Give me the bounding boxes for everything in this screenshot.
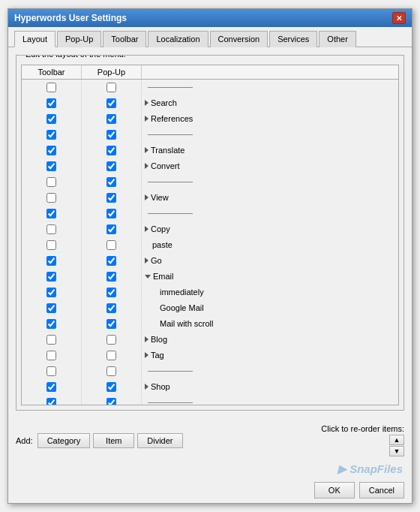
tab-layout[interactable]: Layout	[14, 31, 56, 47]
popup-checkbox-13[interactable]	[106, 288, 116, 297]
toolbar-check-20[interactable]	[22, 395, 82, 405]
popup-checkbox-20[interactable]	[106, 398, 116, 405]
popup-check-9[interactable]	[82, 221, 142, 236]
toolbar-check-4[interactable]	[22, 143, 82, 158]
popup-check-12[interactable]	[82, 269, 142, 284]
toolbar-checkbox-1[interactable]	[46, 98, 56, 108]
toolbar-check-2[interactable]	[22, 111, 82, 126]
popup-checkbox-7[interactable]	[106, 193, 116, 203]
popup-checkbox-19[interactable]	[106, 382, 116, 392]
popup-checkbox-12[interactable]	[106, 272, 116, 282]
toolbar-check-15[interactable]	[22, 316, 82, 331]
toolbar-check-6[interactable]	[22, 174, 82, 189]
popup-checkbox-15[interactable]	[106, 319, 116, 329]
reorder-down-button[interactable]: ▼	[389, 446, 404, 456]
popup-check-7[interactable]	[82, 190, 142, 205]
popup-checkbox-0[interactable]	[106, 83, 116, 92]
toolbar-checkbox-10[interactable]	[46, 240, 56, 250]
divider-button[interactable]: Divider	[137, 433, 182, 448]
tab-popup[interactable]: Pop-Up	[57, 31, 101, 47]
popup-checkbox-2[interactable]	[106, 114, 116, 124]
tab-other[interactable]: Other	[319, 31, 356, 47]
toolbar-checkbox-4[interactable]	[46, 146, 56, 155]
toolbar-check-9[interactable]	[22, 221, 82, 236]
toolbar-check-11[interactable]	[22, 253, 82, 268]
toolbar-checkbox-3[interactable]	[46, 130, 56, 140]
popup-check-16[interactable]	[82, 332, 142, 347]
toolbar-checkbox-19[interactable]	[46, 382, 56, 392]
item-label-5: Convert	[142, 160, 398, 172]
popup-check-6[interactable]	[82, 174, 142, 189]
reorder-up-button[interactable]: ▲	[389, 435, 404, 445]
toolbar-checkbox-20[interactable]	[46, 398, 56, 405]
popup-check-10[interactable]	[82, 237, 142, 252]
category-button[interactable]: Category	[38, 433, 91, 448]
toolbar-check-16[interactable]	[22, 332, 82, 347]
toolbar-check-1[interactable]	[22, 95, 82, 110]
popup-checkbox-3[interactable]	[106, 130, 116, 140]
toolbar-checkbox-13[interactable]	[46, 288, 56, 297]
popup-check-19[interactable]	[82, 379, 142, 394]
popup-checkbox-17[interactable]	[106, 351, 116, 360]
popup-check-5[interactable]	[82, 158, 142, 173]
popup-check-14[interactable]	[82, 300, 142, 315]
popup-check-17[interactable]	[82, 348, 142, 363]
popup-check-4[interactable]	[82, 143, 142, 158]
toolbar-checkbox-2[interactable]	[46, 114, 56, 124]
toolbar-check-17[interactable]	[22, 348, 82, 363]
popup-check-2[interactable]	[82, 111, 142, 126]
tab-localization[interactable]: Localization	[148, 31, 208, 47]
popup-checkbox-10[interactable]	[106, 240, 116, 250]
cancel-button[interactable]: Cancel	[359, 482, 404, 498]
toolbar-checkbox-9[interactable]	[46, 224, 56, 234]
toolbar-checkbox-6[interactable]	[46, 177, 56, 187]
popup-checkbox-14[interactable]	[106, 303, 116, 313]
toolbar-check-0[interactable]	[22, 80, 82, 95]
toolbar-checkbox-18[interactable]	[46, 366, 56, 376]
popup-check-13[interactable]	[82, 285, 142, 300]
toolbar-check-8[interactable]	[22, 206, 82, 221]
toolbar-check-10[interactable]	[22, 237, 82, 252]
popup-check-11[interactable]	[82, 253, 142, 268]
toolbar-check-7[interactable]	[22, 190, 82, 205]
popup-check-1[interactable]	[82, 95, 142, 110]
toolbar-checkbox-11[interactable]	[46, 256, 56, 266]
tab-conversion[interactable]: Conversion	[210, 31, 268, 47]
tab-services[interactable]: Services	[269, 31, 317, 47]
close-button[interactable]: ✕	[392, 12, 406, 24]
toolbar-checkbox-0[interactable]	[46, 83, 56, 92]
toolbar-checkbox-15[interactable]	[46, 319, 56, 329]
popup-checkbox-18[interactable]	[106, 366, 116, 376]
toolbar-check-18[interactable]	[22, 363, 82, 378]
toolbar-checkbox-5[interactable]	[46, 161, 56, 171]
toolbar-check-5[interactable]	[22, 158, 82, 173]
popup-check-20[interactable]	[82, 395, 142, 405]
popup-checkbox-11[interactable]	[106, 256, 116, 266]
popup-check-0[interactable]	[82, 80, 142, 95]
toolbar-checkbox-16[interactable]	[46, 335, 56, 345]
ok-button[interactable]: OK	[314, 482, 355, 498]
toolbar-check-13[interactable]	[22, 285, 82, 300]
toolbar-check-14[interactable]	[22, 300, 82, 315]
popup-check-15[interactable]	[82, 316, 142, 331]
toolbar-check-3[interactable]	[22, 127, 82, 142]
popup-check-3[interactable]	[82, 127, 142, 142]
toolbar-checkbox-17[interactable]	[46, 351, 56, 360]
popup-checkbox-1[interactable]	[106, 98, 116, 108]
popup-checkbox-16[interactable]	[106, 335, 116, 345]
toolbar-checkbox-14[interactable]	[46, 303, 56, 313]
popup-check-18[interactable]	[82, 363, 142, 378]
toolbar-check-19[interactable]	[22, 379, 82, 394]
tab-toolbar[interactable]: Toolbar	[103, 31, 146, 47]
popup-checkbox-9[interactable]	[106, 224, 116, 234]
popup-check-8[interactable]	[82, 206, 142, 221]
toolbar-checkbox-12[interactable]	[46, 272, 56, 282]
popup-checkbox-4[interactable]	[106, 146, 116, 155]
toolbar-check-12[interactable]	[22, 269, 82, 284]
toolbar-checkbox-7[interactable]	[46, 193, 56, 203]
item-button[interactable]: Item	[93, 433, 134, 448]
popup-checkbox-8[interactable]	[106, 209, 116, 218]
popup-checkbox-5[interactable]	[106, 161, 116, 171]
popup-checkbox-6[interactable]	[106, 177, 116, 187]
toolbar-checkbox-8[interactable]	[46, 209, 56, 218]
